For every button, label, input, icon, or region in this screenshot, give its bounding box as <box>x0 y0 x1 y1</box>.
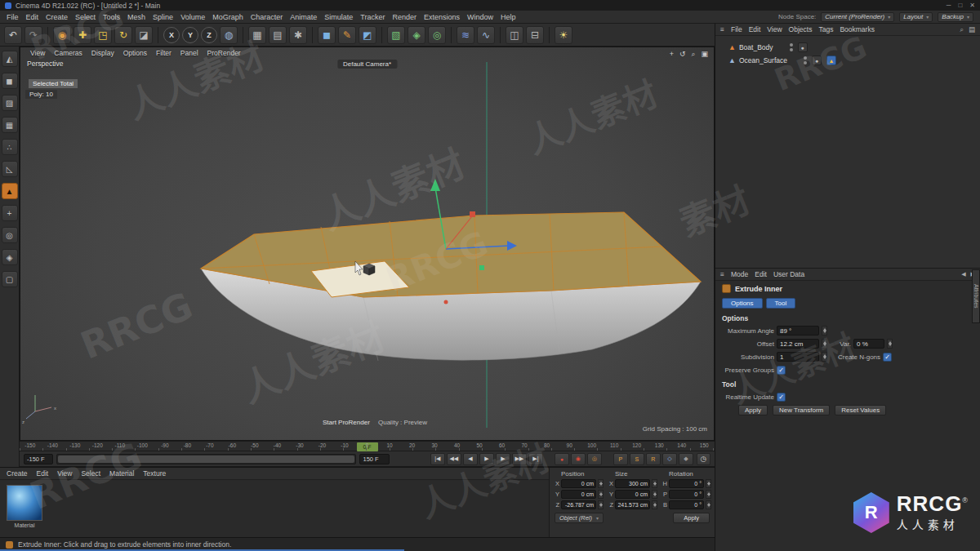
y-axis-arrow[interactable] <box>430 179 440 191</box>
y-axis-lock-button[interactable]: Y <box>182 27 198 43</box>
previous-key-button[interactable]: ◀◀ <box>447 453 461 465</box>
split-vertical-icon[interactable]: ⊟ <box>526 26 544 44</box>
menu-volume[interactable]: Volume <box>180 13 205 21</box>
preserve-groups-checkbox[interactable]: ✓ <box>777 366 786 375</box>
menu-help[interactable]: Help <box>501 13 516 21</box>
camera-selector[interactable]: Default Camera* <box>337 60 397 69</box>
orbit-view-icon[interactable]: ↺ <box>679 50 686 59</box>
x-axis-handle[interactable] <box>470 211 475 217</box>
value-stepper[interactable] <box>652 500 657 509</box>
value-stepper[interactable] <box>822 326 827 335</box>
go-to-start-button[interactable]: |◀ <box>430 453 445 465</box>
viewport-menu-view[interactable]: View <box>30 49 45 57</box>
menu-tracker[interactable]: Tracker <box>360 13 385 21</box>
autokeying-button[interactable]: ◉ <box>571 453 586 465</box>
x-axis-lock-button[interactable]: X <box>163 27 180 43</box>
viewport-menu-prorender[interactable]: ProRender <box>207 49 241 57</box>
render-picture-viewer-icon[interactable]: ▤ <box>269 26 287 44</box>
key-rotation-toggle[interactable]: R <box>646 453 661 465</box>
snap-icon[interactable]: ◈ <box>2 249 18 265</box>
coord-value-input[interactable]: 0 ° <box>669 490 704 499</box>
hamburger-icon[interactable]: ≡ <box>720 25 724 33</box>
menu-tools[interactable]: Tools <box>103 13 120 21</box>
polygon-selection-tag[interactable]: ▲ <box>826 56 836 65</box>
new-transform-button[interactable]: New Transform <box>773 405 830 415</box>
mograph-icon[interactable]: ◈ <box>408 26 425 44</box>
object-manager-menu-tags[interactable]: Tags <box>818 25 833 33</box>
zoom-view-icon[interactable]: ⌕ <box>691 50 695 59</box>
toggle-layout-icon[interactable]: ▣ <box>701 50 708 59</box>
hamburger-icon[interactable]: ≡ <box>720 270 724 278</box>
coord-value-input[interactable]: 300 cm <box>615 479 650 488</box>
timeline-range-slider[interactable] <box>56 454 356 464</box>
fields-icon[interactable]: ◎ <box>428 26 446 44</box>
material-menu-select[interactable]: Select <box>81 469 100 478</box>
menu-character[interactable]: Character <box>251 13 283 21</box>
coordinates-apply-button[interactable]: Apply <box>673 513 710 523</box>
value-stepper[interactable] <box>706 500 711 509</box>
close-button[interactable]: ✕ <box>969 2 975 9</box>
add-primitive-icon[interactable]: ◼ <box>318 26 336 44</box>
reset-values-button[interactable]: Reset Values <box>835 405 886 415</box>
menu-spline[interactable]: Spline <box>153 13 173 21</box>
object-manager-menu-objects[interactable]: Objects <box>789 25 813 33</box>
value-stepper[interactable] <box>706 490 711 499</box>
workplane-mode-icon[interactable]: ▦ <box>2 117 18 133</box>
coord-value-input[interactable]: 0 ° <box>669 479 704 488</box>
phong-tag[interactable]: ● <box>812 56 822 65</box>
subdivision-surface-icon[interactable]: ◩ <box>359 26 376 44</box>
menu-render[interactable]: Render <box>392 13 416 21</box>
maximum-angle-input[interactable]: 89 ° <box>777 326 819 335</box>
material-menu-view[interactable]: View <box>57 469 72 478</box>
filter-icon[interactable]: ▤ <box>969 25 975 34</box>
timeline-ruler[interactable]: 0 F -150-140-130-120-110-100-90-80-70-60… <box>20 441 715 451</box>
menu-mograph[interactable]: MoGraph <box>212 13 243 21</box>
object-manager-menu-bookmarks[interactable]: Bookmarks <box>840 25 875 33</box>
rotate-icon[interactable]: ↻ <box>114 26 132 44</box>
keyframe-selection-button[interactable]: ◎ <box>587 453 602 465</box>
value-stepper[interactable] <box>822 352 827 362</box>
apply-button[interactable]: Apply <box>738 405 768 415</box>
visibility-toggles[interactable] <box>790 43 793 51</box>
material-menu-material[interactable]: Material <box>109 469 134 478</box>
node-space-select[interactable]: Current (ProRender)▾ <box>821 12 894 22</box>
coord-value-input[interactable]: 0 cm <box>615 490 650 499</box>
texture-mode-icon[interactable]: ▨ <box>2 95 18 111</box>
material-thumbnail[interactable] <box>7 485 42 521</box>
viewport-solo-icon[interactable]: ◎ <box>2 227 18 243</box>
coord-value-input[interactable]: -26.787 cm <box>561 500 596 509</box>
polygons-mode-icon[interactable]: ▲ <box>2 183 18 199</box>
next-frame-button[interactable]: ▶ <box>496 453 510 465</box>
menu-file[interactable]: File <box>7 13 19 21</box>
menu-window[interactable]: Window <box>467 13 493 21</box>
object-manager-menu-view[interactable]: View <box>767 25 782 33</box>
menu-edit[interactable]: Edit <box>26 13 39 21</box>
coord-value-input[interactable]: 241.573 cm <box>615 500 650 509</box>
value-stepper[interactable] <box>887 339 893 349</box>
redo-icon[interactable]: ↷ <box>24 26 42 44</box>
backup-select[interactable]: Backup▾ <box>938 12 973 22</box>
material-menu-create[interactable]: Create <box>7 469 28 478</box>
tool-section-header[interactable]: Tool <box>715 376 980 390</box>
enable-axis-icon[interactable]: + <box>2 205 18 221</box>
phong-tag[interactable]: ● <box>798 42 808 52</box>
value-stepper[interactable] <box>706 479 711 488</box>
undo-icon[interactable]: ↶ <box>4 26 22 44</box>
offset-input[interactable]: 12.2 cm <box>777 339 819 349</box>
create-ngons-checkbox[interactable]: ✓ <box>883 353 892 362</box>
coord-value-input[interactable]: 0 ° <box>669 500 704 509</box>
model-mode-icon[interactable]: ◼ <box>2 73 18 89</box>
attribute-menu-user-data[interactable]: User Data <box>773 270 804 278</box>
object-manager-menu-file[interactable]: File <box>731 25 742 33</box>
time-display-icon[interactable]: ◷ <box>697 453 710 465</box>
coord-value-input[interactable]: 0 cm <box>561 490 596 499</box>
move-icon[interactable]: ✚ <box>74 26 91 44</box>
menu-simulate[interactable]: Simulate <box>324 13 353 21</box>
value-stepper[interactable] <box>822 339 827 349</box>
range-thumb[interactable] <box>58 455 354 463</box>
menu-create[interactable]: Create <box>46 13 68 21</box>
viewport-perspective[interactable]: x z ViewCamerasDisplayOptionsFilterPanel… <box>20 47 715 441</box>
value-stepper[interactable] <box>598 490 604 499</box>
split-horizontal-icon[interactable]: ◫ <box>506 26 523 44</box>
viewport-menu-options[interactable]: Options <box>123 49 147 57</box>
